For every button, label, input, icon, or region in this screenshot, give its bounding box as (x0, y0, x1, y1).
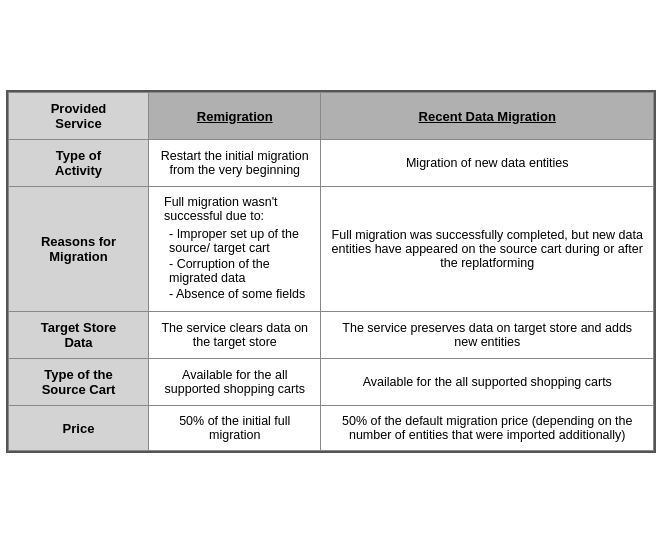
table-row: Target Store Data The service clears dat… (9, 312, 654, 359)
cell-recent-price: 50% of the default migration price (depe… (321, 406, 654, 451)
list-item: Corruption of the migrated data (169, 257, 310, 285)
cell-recent-reasons: Full migration was successfully complete… (321, 187, 654, 312)
cell-recent-source-cart: Available for the all supported shopping… (321, 359, 654, 406)
header-provided-service: Provided Service (9, 93, 149, 140)
header-remigration: Remigration (149, 93, 321, 140)
cell-remigration-target-store: The service clears data on the target st… (149, 312, 321, 359)
table-row: Type of Activity Restart the initial mig… (9, 140, 654, 187)
table-row: Price 50% of the initial full migration … (9, 406, 654, 451)
table-row: Reasons forMigration Full migration wasn… (9, 187, 654, 312)
list-item: Improper set up of the source/ target ca… (169, 227, 310, 255)
reasons-list: Improper set up of the source/ target ca… (164, 227, 310, 301)
list-item: Absence of some fields (169, 287, 310, 301)
cell-recent-target-store: The service preserves data on target sto… (321, 312, 654, 359)
header-recent-data-migration: Recent Data Migration (321, 93, 654, 140)
label-type-of-source-cart: Type of the Source Cart (9, 359, 149, 406)
cell-remigration-activity: Restart the initial migration from the v… (149, 140, 321, 187)
cell-remigration-reasons: Full migration wasn't successful due to:… (149, 187, 321, 312)
cell-remigration-source-cart: Available for the all supported shopping… (149, 359, 321, 406)
cell-recent-activity: Migration of new data entities (321, 140, 654, 187)
comparison-table: Provided Service Remigration Recent Data… (6, 90, 656, 453)
label-target-store-data: Target Store Data (9, 312, 149, 359)
label-reasons-for-migration: Reasons forMigration (9, 187, 149, 312)
cell-remigration-price: 50% of the initial full migration (149, 406, 321, 451)
label-price: Price (9, 406, 149, 451)
table-row: Type of the Source Cart Available for th… (9, 359, 654, 406)
label-type-of-activity: Type of Activity (9, 140, 149, 187)
